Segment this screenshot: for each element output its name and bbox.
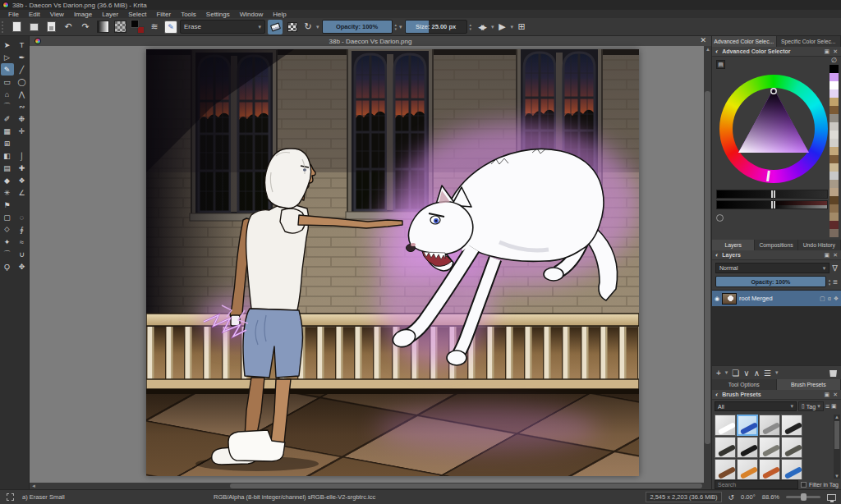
tool-pattern-edit[interactable]: ▤ xyxy=(1,162,14,174)
brush-presets-docker-header[interactable]: ◐ Brush Presets ▣ ✕ xyxy=(712,390,841,400)
storage-icon[interactable]: ▣ xyxy=(831,403,837,410)
rotate-canvas-icon[interactable]: ↺ xyxy=(728,493,735,502)
tool-dynamic-brush[interactable]: ✐ xyxy=(1,112,14,125)
color-swatch[interactable] xyxy=(830,213,839,221)
delete-layer-button[interactable] xyxy=(830,369,837,377)
layer-inherit-alpha-icon[interactable]: ❖ xyxy=(834,296,839,302)
tag-button[interactable]: ▯ Tag ▾ xyxy=(798,401,824,411)
brush-preset-eraser-block[interactable] xyxy=(715,415,736,436)
color-swatch[interactable] xyxy=(830,65,839,73)
layer-row-root-merged[interactable]: ◉ root Merged ▢ α ❖ xyxy=(712,291,841,306)
size-spinner[interactable]: ▴▾ xyxy=(470,23,472,30)
tab-compositions[interactable]: Compositions xyxy=(755,240,797,250)
tab-undo-history[interactable]: Undo History xyxy=(798,240,841,250)
layer-menu-icon[interactable]: ≡ xyxy=(833,277,838,286)
tool-enclose-fill[interactable]: ❖ xyxy=(16,174,29,186)
tool-calligraphy[interactable]: ✒ xyxy=(16,51,29,63)
preset-scroll-thumb[interactable] xyxy=(834,421,839,449)
no-color-icon[interactable]: ∅ xyxy=(830,57,839,65)
color-swatch[interactable] xyxy=(830,147,839,155)
tab-specific-color-selector[interactable]: Specific Color Selec... xyxy=(777,36,841,47)
opacity-spinner[interactable]: ▴▾ xyxy=(395,23,398,30)
shade-handle[interactable] xyxy=(771,190,775,198)
tool-bezier-curve[interactable]: ⌒ xyxy=(1,100,14,112)
trim-button[interactable]: ⊞ xyxy=(516,20,527,34)
colorspace-info[interactable]: RGB/Alpha (8-bit integer/channel) sRGB-e… xyxy=(214,493,375,501)
reload-preset-button[interactable]: ↻ xyxy=(302,20,314,34)
tool-text[interactable]: T xyxy=(16,39,29,51)
eraser-mode-button[interactable] xyxy=(268,20,283,34)
layer-alpha-lock-icon[interactable]: α xyxy=(828,296,831,301)
tool-ellipse[interactable]: ◯ xyxy=(16,76,29,88)
tool-similar-select[interactable]: ≈ xyxy=(16,236,29,248)
shade-handle-2[interactable] xyxy=(771,201,775,208)
tool-rectangle[interactable]: ▭ xyxy=(1,76,14,88)
presets-display-menu-icon[interactable]: ≡ xyxy=(825,402,830,410)
layer-filter-icon[interactable]: ∇ xyxy=(832,263,838,273)
float-docker-icon[interactable]: ▣ xyxy=(825,392,830,398)
tool-crop[interactable]: ⊞ xyxy=(1,137,14,149)
brush-preset-marker-black[interactable] xyxy=(737,437,758,458)
selection-mode-icon[interactable] xyxy=(7,493,14,501)
tool-contiguous-select[interactable]: ✦ xyxy=(1,236,14,248)
tool-smart-patch[interactable]: ✚ xyxy=(16,162,29,174)
brush-preset-pen-dark[interactable] xyxy=(715,437,736,458)
advanced-color-selector-header[interactable]: ◐ Advanced Color Selector ▣ ✕ xyxy=(712,47,841,57)
layer-properties-button[interactable]: ☰ xyxy=(764,369,771,378)
brush-preset-ink-pen[interactable] xyxy=(781,415,802,436)
layer-opacity-slider[interactable]: Opacity: 100% xyxy=(715,276,826,287)
tool-measure[interactable]: ∠ xyxy=(16,186,29,199)
pattern-chooser-button[interactable] xyxy=(113,20,127,34)
menu-select[interactable]: Select xyxy=(123,11,151,18)
horizontal-scroll-thumb[interactable] xyxy=(230,483,702,488)
undo-button[interactable]: ↶ xyxy=(61,20,76,34)
new-document-button[interactable] xyxy=(9,20,24,34)
layer-visibility-eye-icon[interactable]: ◉ xyxy=(715,296,719,302)
menu-view[interactable]: View xyxy=(45,11,69,18)
color-history-button[interactable] xyxy=(716,214,724,222)
close-docker-icon[interactable]: ✕ xyxy=(833,392,838,398)
hue-wheel[interactable] xyxy=(719,75,828,183)
menu-edit[interactable]: Edit xyxy=(24,11,45,18)
close-docker-icon[interactable]: ✕ xyxy=(833,252,838,259)
color-swatch[interactable] xyxy=(830,155,839,163)
color-swatch[interactable] xyxy=(830,73,839,81)
tool-freehand-path[interactable]: ∾ xyxy=(16,100,29,112)
tool-rect-select[interactable]: ▢ xyxy=(1,211,14,223)
color-swatch[interactable] xyxy=(830,81,839,89)
brush-preset-eraser-soft[interactable] xyxy=(759,415,780,436)
subwindow-close-button[interactable]: ✕ xyxy=(700,36,706,44)
color-swatch[interactable] xyxy=(830,172,839,180)
tool-assistants[interactable]: ✳ xyxy=(1,186,14,199)
opacity-slider[interactable]: Opacity: 100% xyxy=(322,20,393,34)
canvas-painting[interactable] xyxy=(146,49,639,476)
color-swatch[interactable] xyxy=(830,188,839,196)
color-selector-settings-button[interactable]: ▤ xyxy=(716,60,725,69)
duplicate-layer-button[interactable]: ❏ xyxy=(732,369,739,378)
open-document-button[interactable] xyxy=(26,20,41,34)
color-swatch[interactable] xyxy=(830,122,839,131)
layer-lock-icon[interactable]: ▢ xyxy=(820,296,825,302)
brush-preset-pen-gray[interactable] xyxy=(781,437,802,458)
zoom-percentage[interactable]: 88.6% xyxy=(762,493,779,501)
close-docker-icon[interactable]: ✕ xyxy=(833,48,838,55)
tool-freehand-brush[interactable]: ✎ xyxy=(1,63,14,76)
tool-color-sampler[interactable]: ⌡ xyxy=(16,149,29,162)
preset-scrollbar[interactable]: ▲ ▼ xyxy=(834,415,840,479)
layers-docker-header[interactable]: ◐ Layers ▣ ✕ xyxy=(712,250,841,260)
tool-bezier-select[interactable]: ⌒ xyxy=(1,248,14,260)
add-layer-button[interactable]: + xyxy=(716,369,721,378)
tool-line[interactable]: ╱ xyxy=(16,63,29,76)
color-swatch[interactable] xyxy=(830,196,839,204)
menu-layer[interactable]: Layer xyxy=(97,11,123,18)
menu-help[interactable]: Help xyxy=(268,11,291,18)
tool-zoom[interactable]: Ϙ xyxy=(1,260,14,273)
color-swatch[interactable] xyxy=(830,131,839,139)
layer-opacity-spinner[interactable]: ▴▾ xyxy=(829,278,831,286)
scroll-up-icon[interactable]: ▲ xyxy=(834,415,839,419)
preset-search-input[interactable]: Search xyxy=(715,480,798,489)
color-swatch[interactable] xyxy=(830,114,839,122)
sv-triangle[interactable] xyxy=(719,75,828,183)
menu-image[interactable]: Image xyxy=(69,11,97,18)
tag-filter-combobox[interactable]: All ▾ xyxy=(715,401,797,411)
